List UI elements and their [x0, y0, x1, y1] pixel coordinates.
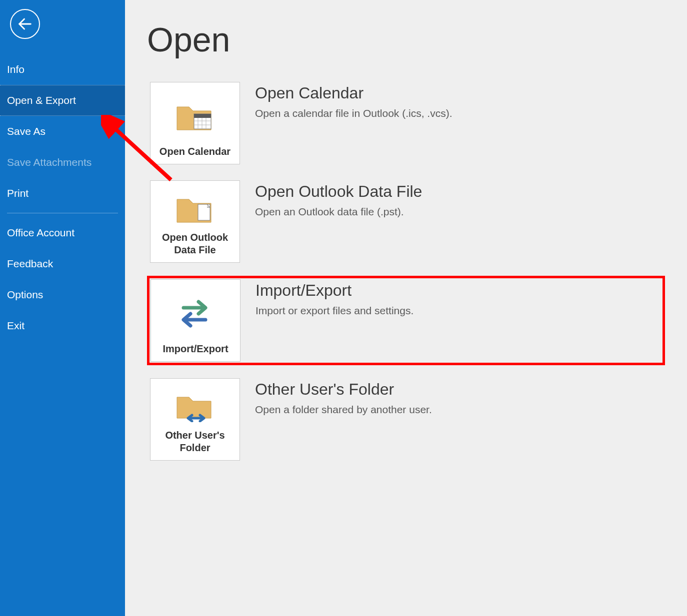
action-title: Open Calendar	[255, 84, 452, 102]
action-row-other-users-folder: Other User's Folder Other User's Folder …	[147, 375, 665, 464]
sidebar-item-label: Feedback	[7, 258, 53, 269]
sidebar-item-label: Save Attachments	[7, 156, 92, 168]
sidebar-item-feedback[interactable]: Feedback	[0, 248, 125, 279]
tile-label: Import/Export	[162, 343, 228, 355]
action-description: Import or export files and settings.	[256, 305, 414, 317]
import-export-icon	[155, 285, 236, 343]
action-row-open-data-file: Open Outlook Data File Open Outlook Data…	[147, 177, 665, 266]
sidebar-item-print[interactable]: Print	[0, 178, 125, 209]
import-export-button[interactable]: Import/Export	[150, 279, 240, 362]
open-calendar-icon	[154, 87, 236, 145]
sidebar-item-label: Open & Export	[7, 94, 76, 106]
other-users-folder-button[interactable]: Other User's Folder	[150, 378, 240, 461]
tile-label: Open Calendar	[160, 145, 230, 158]
sidebar-item-save-attachments: Save Attachments	[0, 147, 125, 178]
action-description: Open a calendar file in Outlook (.ics, .…	[255, 107, 452, 119]
svg-rect-3	[194, 114, 211, 118]
open-data-file-icon	[154, 186, 236, 231]
action-description: Open an Outlook data file (.pst).	[255, 206, 422, 218]
main-panel: Open Open Calendar Open Calendar Open a	[125, 0, 687, 616]
open-outlook-data-file-button[interactable]: Open Outlook Data File	[150, 180, 240, 263]
action-row-import-export: Import/Export Import/Export Import or ex…	[147, 276, 665, 365]
back-arrow-icon	[16, 15, 34, 32]
sidebar-item-label: Options	[7, 289, 43, 300]
sidebar-item-label: Print	[7, 187, 28, 199]
sidebar-item-label: Info	[7, 63, 24, 75]
back-button[interactable]	[10, 9, 40, 39]
sidebar-item-label: Save As	[7, 125, 46, 137]
action-title: Open Outlook Data File	[255, 182, 422, 201]
sidebar-item-options[interactable]: Options	[0, 279, 125, 310]
sidebar-separator	[7, 213, 118, 213]
sidebar-item-open-export[interactable]: Open & Export	[0, 85, 125, 116]
sidebar-item-label: Office Account	[7, 227, 74, 238]
sidebar-item-info[interactable]: Info	[0, 54, 125, 85]
tile-label: Other User's Folder	[154, 429, 236, 454]
action-title: Other User's Folder	[255, 380, 432, 399]
sidebar-item-save-as[interactable]: Save As	[0, 116, 125, 147]
sidebar-item-exit[interactable]: Exit	[0, 310, 125, 341]
shared-folder-icon	[154, 384, 236, 429]
open-calendar-button[interactable]: Open Calendar	[150, 82, 240, 164]
action-row-open-calendar: Open Calendar Open Calendar Open a calen…	[147, 79, 665, 167]
sidebar-item-label: Exit	[7, 320, 24, 331]
sidebar-item-office-account[interactable]: Office Account	[0, 217, 125, 248]
sidebar: Info Open & Export Save As Save Attachme…	[0, 0, 125, 616]
action-description: Open a folder shared by another user.	[255, 404, 432, 416]
page-title: Open	[147, 20, 665, 59]
action-title: Import/Export	[256, 281, 414, 300]
tile-label: Open Outlook Data File	[154, 231, 236, 256]
